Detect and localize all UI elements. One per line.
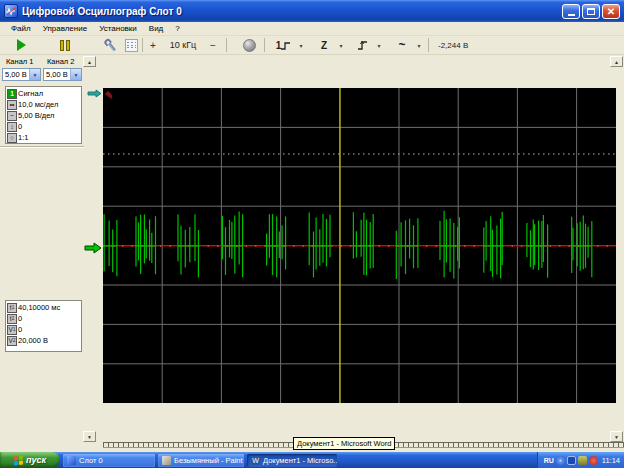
signal-list-item[interactable]: ○1:1 <box>7 132 80 143</box>
trigger-level-value: -2,244 В <box>438 36 468 54</box>
sync-mode-z-dropdown[interactable]: ▾ <box>336 36 346 54</box>
menu-item-1[interactable]: Управление <box>37 23 93 34</box>
coupling-ac-dropdown[interactable]: ▾ <box>414 36 424 54</box>
oscilloscope-app-icon <box>67 456 76 465</box>
channel1-range-combobox[interactable]: 5,00 В ▼ <box>2 68 41 81</box>
channel2-label: Канал 2 <box>47 57 74 66</box>
settings-button[interactable] <box>98 36 122 54</box>
timebase-icon: •• <box>7 100 17 110</box>
pause-icon <box>60 40 64 51</box>
task-buttons: Слот 0Безымянный - PaintWДокумент1 - Mic… <box>60 454 337 467</box>
signal-item-label: Сигнал <box>18 89 43 98</box>
scroll-up-button-right[interactable]: ▲ <box>610 56 623 67</box>
sync-mode-z-button[interactable]: Z <box>314 36 334 54</box>
measure-item-label: 0 <box>18 314 22 323</box>
menu-item-2[interactable]: Установки <box>93 23 143 34</box>
channel1-position-marker[interactable] <box>84 240 102 258</box>
taskbar-task-paint-app[interactable]: Безымянный - Paint <box>158 454 244 467</box>
task-label: Слот 0 <box>79 456 103 465</box>
printer-tray-icon[interactable] <box>578 456 587 465</box>
title-bar: Цифровой Осциллограф Слот 0 ✕ <box>0 0 624 22</box>
signal-list-item[interactable]: ~5,00 В/дел <box>7 110 80 121</box>
maximize-icon <box>587 8 595 15</box>
scope-plot-svg <box>103 88 616 403</box>
chevron-down-icon[interactable]: ▼ <box>70 69 81 80</box>
channel1-range-value: 5,00 В <box>3 69 29 80</box>
trigger-edge-button[interactable] <box>352 36 372 54</box>
taskbar: пуск Слот 0Безымянный - PaintWДокумент1 … <box>0 452 624 468</box>
window-title: Цифровой Осциллограф Слот 0 <box>22 6 560 17</box>
sine-icon: ~ <box>398 38 405 52</box>
signal-item-label: 5,00 В/дел <box>18 111 54 120</box>
zoom-ratio-icon: ○ <box>7 133 17 143</box>
t1-icon: t1 <box>7 303 17 313</box>
start-button-label: пуск <box>26 455 46 465</box>
display-tray-icon[interactable] <box>567 456 576 465</box>
app-icon <box>4 4 18 18</box>
measure-item-label: 0 <box>18 325 22 334</box>
list-icon <box>125 39 138 52</box>
signal-item-label: 0 <box>18 122 22 131</box>
taskbar-task-word-app[interactable]: WДокумент1 - Microso... <box>247 454 337 467</box>
hide-icons-chevron-icon[interactable]: ‹ <box>556 456 565 465</box>
trigger-edge-icon <box>357 39 368 51</box>
panel-divider <box>0 146 84 148</box>
channel1-label: Канал 1 <box>6 57 33 66</box>
measure-list-item[interactable]: V10 <box>7 324 80 335</box>
menu-bar: ФайлУправлениеУстановкиВид? <box>0 22 624 36</box>
close-icon: ✕ <box>607 7 615 16</box>
start-button[interactable]: пуск <box>0 452 60 468</box>
scope-display[interactable] <box>103 88 616 403</box>
taskbar-tooltip: Документ1 - Microsoft Word <box>293 437 395 450</box>
edge-step-icon <box>281 41 290 50</box>
pause-acquisition-button[interactable] <box>52 36 78 54</box>
sample-frequency-value: 10 кГц <box>160 36 206 54</box>
paint-app-icon <box>162 456 171 465</box>
signal-properties-list: 1Сигнал••10,0 мс/дел~5,00 В/дел↕0○1:1 <box>5 86 82 144</box>
channel1-badge-icon: 1 <box>7 89 17 99</box>
measure-item-label: 20,000 В <box>18 336 48 345</box>
task-label: Документ1 - Microso... <box>263 456 337 465</box>
play-icon <box>17 39 26 51</box>
channel2-range-combobox[interactable]: 5,00 В ▼ <box>43 68 82 81</box>
menu-item-3[interactable]: Вид <box>143 23 169 34</box>
measure-list-item[interactable]: t140,10000 мс <box>7 302 80 313</box>
trigger-source-button[interactable]: 1 <box>272 36 294 54</box>
volts-per-div-icon: ~ <box>7 111 17 121</box>
sphere-icon <box>243 39 256 52</box>
frequency-decrease-button[interactable]: − <box>206 36 220 54</box>
language-indicator[interactable]: RU <box>544 457 554 464</box>
z-sync-icon: Z <box>321 40 327 51</box>
taskbar-task-oscilloscope-app[interactable]: Слот 0 <box>63 454 155 467</box>
chevron-down-icon[interactable]: ▼ <box>29 69 40 80</box>
frequency-increase-button[interactable]: + <box>146 36 160 54</box>
start-acquisition-button[interactable] <box>8 36 34 54</box>
measure-item-label: 40,10000 мс <box>18 303 60 312</box>
toolbar: + 10 кГц − 1 ▾ Z ▾ ▾ ~ ▾ -2,244 В <box>0 36 624 55</box>
minimize-button[interactable] <box>562 4 580 19</box>
scroll-up-button-left[interactable]: ▲ <box>83 56 96 67</box>
offset-icon: ↕ <box>7 122 17 132</box>
scroll-down-button-left[interactable]: ▼ <box>83 431 96 442</box>
task-label: Безымянный - Paint <box>174 456 243 465</box>
measure-list-item[interactable]: t20 <box>7 313 80 324</box>
measure-list-item[interactable]: V220,000 В <box>7 335 80 346</box>
close-button[interactable]: ✕ <box>602 4 620 19</box>
menu-item-4[interactable]: ? <box>169 23 185 34</box>
scroll-down-button-right[interactable]: ▼ <box>610 431 623 442</box>
trigger-source-dropdown[interactable]: ▾ <box>296 36 306 54</box>
maximize-button[interactable] <box>582 4 600 19</box>
signal-item-label: 10,0 мс/дел <box>18 100 58 109</box>
signal-list-item[interactable]: 1Сигнал <box>7 88 80 99</box>
channel2-range-value: 5,00 В <box>44 69 70 80</box>
signal-list-item[interactable]: ••10,0 мс/дел <box>7 99 80 110</box>
signal-item-label: 1:1 <box>18 133 28 142</box>
coupling-ac-button[interactable]: ~ <box>392 36 412 54</box>
menu-item-0[interactable]: Файл <box>5 23 37 34</box>
signal-list-item[interactable]: ↕0 <box>7 121 80 132</box>
trigger-edge-dropdown[interactable]: ▾ <box>374 36 384 54</box>
parameters-list-button[interactable] <box>120 36 142 54</box>
single-shot-button[interactable] <box>238 36 260 54</box>
alert-tray-icon[interactable] <box>589 456 598 465</box>
trigger-level-marker[interactable] <box>87 84 102 102</box>
